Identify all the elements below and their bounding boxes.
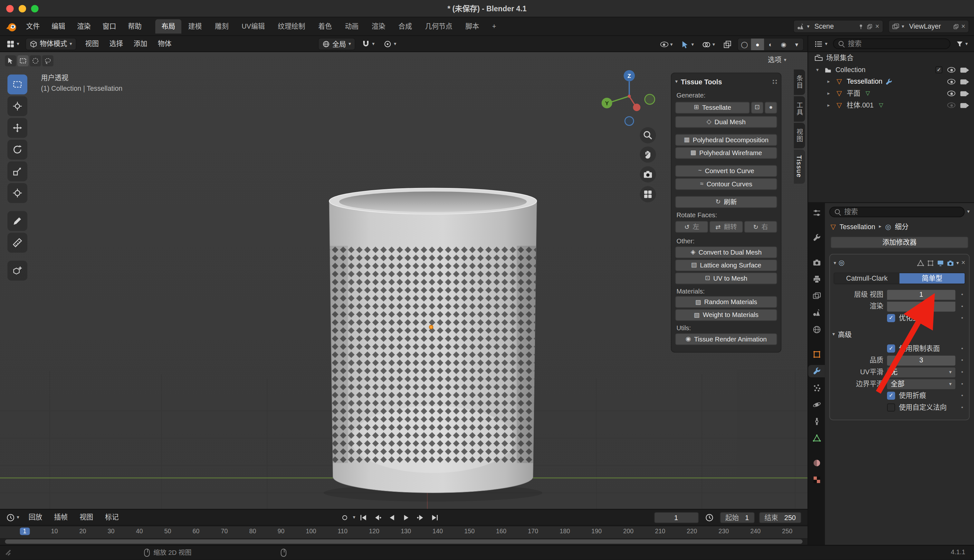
dual-mesh-button[interactable]: ◇ Dual Mesh — [675, 116, 777, 128]
collection-checkbox[interactable]: ✓ — [936, 66, 942, 73]
tab-output[interactable] — [808, 273, 825, 286]
tab-object[interactable] — [808, 348, 825, 361]
outliner-row-plane[interactable]: ▸ ▽ 平面 ▽ — [808, 88, 974, 100]
proportional-editing-toggle[interactable]: ▾ — [381, 38, 399, 50]
tab-material[interactable] — [808, 457, 825, 469]
ruler-frame-label[interactable]: 100 — [306, 528, 316, 535]
orthographic-toggle-button[interactable] — [640, 186, 656, 202]
levels-render-field[interactable]: 2 — [887, 301, 955, 311]
sidebar-tab[interactable]: 视图 — [794, 123, 805, 148]
outliner-search-input[interactable]: 搜索 — [833, 38, 950, 49]
outliner-row-cylinder[interactable]: ▸ ▽ 柱体.001 ▽ — [808, 100, 974, 112]
workspace-tab[interactable]: 脚本 — [459, 19, 485, 33]
use-creases-checkbox[interactable]: ✓ — [887, 392, 895, 400]
rotate-flip-button[interactable]: ⇄ 翻转 — [710, 221, 743, 233]
add-cube-tool[interactable] — [7, 261, 27, 281]
expand-icon[interactable]: ▸ — [825, 91, 832, 96]
ruler-frame-label[interactable]: 160 — [496, 528, 506, 535]
xray-toggle[interactable] — [720, 38, 734, 51]
remove-viewlayer-icon[interactable]: × — [961, 23, 965, 30]
animate-dot[interactable]: • — [959, 303, 965, 309]
ruler-frame-label[interactable]: 140 — [433, 528, 443, 535]
ruler-frame-label[interactable]: 170 — [528, 528, 538, 535]
workspace-tab[interactable]: 建模 — [182, 19, 208, 33]
ruler-frame-label[interactable]: 10 — [51, 528, 58, 535]
remove-modifier-icon[interactable]: × — [961, 259, 965, 266]
animate-dot[interactable]: • — [959, 370, 965, 375]
chevron-down-icon[interactable]: ▾ — [353, 515, 355, 520]
edit-mode-toggle-icon[interactable] — [927, 259, 934, 267]
current-frame-field[interactable]: 1 — [654, 512, 698, 523]
zoom-button[interactable] — [640, 127, 656, 143]
filter-dropdown-icon[interactable]: ▾ — [967, 209, 970, 214]
workspace-tab[interactable]: 几何节点 — [419, 19, 458, 33]
ruler-frame-label[interactable]: 50 — [164, 528, 171, 535]
ruler-frame-label[interactable]: 30 — [108, 528, 114, 535]
animate-dot[interactable]: • — [959, 292, 965, 297]
ruler-frame-label[interactable]: 60 — [193, 528, 199, 535]
select-box-tool[interactable] — [7, 74, 27, 94]
frame-end-field[interactable]: 结束 250 — [759, 512, 801, 523]
timeline-menu-item[interactable]: 标记 — [100, 511, 124, 524]
timeline-menu-item[interactable]: 插帧 — [48, 511, 73, 524]
outliner-editor-type-button[interactable]: ▾ — [812, 38, 830, 50]
workspace-tab[interactable]: 动画 — [339, 19, 365, 33]
corner-grip-icon[interactable] — [5, 549, 11, 555]
workspace-tab[interactable]: 布局 — [155, 19, 181, 33]
random-materials-button[interactable]: ▨ Random Materials — [675, 296, 777, 308]
menubar-menu-item[interactable]: 帮助 — [122, 20, 147, 33]
lasso-select-button[interactable] — [42, 55, 53, 67]
copy-viewlayer-icon[interactable] — [953, 23, 959, 29]
jump-to-end-button[interactable] — [429, 512, 441, 523]
viewport-menu-item[interactable]: 选择 — [104, 37, 128, 50]
collapse-icon[interactable]: ▾ — [675, 80, 678, 84]
play-button[interactable] — [400, 512, 413, 523]
close-window-button[interactable] — [6, 5, 13, 12]
cursor-tool[interactable] — [7, 96, 27, 116]
annotate-tool[interactable] — [7, 211, 27, 231]
workspace-tab[interactable]: 着色 — [312, 19, 338, 33]
viewlayer-name[interactable]: ViewLayer — [907, 23, 950, 30]
ruler-frame-label[interactable]: 80 — [249, 528, 256, 535]
editor-type-button[interactable]: ▾ — [4, 38, 22, 50]
tab-constraints[interactable] — [808, 415, 825, 428]
tab-render[interactable] — [808, 256, 825, 269]
pan-hand-button[interactable] — [640, 147, 656, 163]
transform-tool[interactable] — [7, 183, 27, 203]
drag-grip-icon[interactable]: ∷ — [772, 78, 777, 85]
use-preview-range-toggle[interactable] — [703, 512, 715, 523]
gizmo-y-neg-axis[interactable] — [645, 94, 655, 104]
convert-to-dual-mesh-button[interactable]: ◈ Convert to Dual Mesh — [675, 246, 777, 258]
viewport-options-button[interactable]: 选项 ▾ — [768, 56, 787, 63]
jump-to-start-button[interactable] — [357, 512, 370, 523]
ruler-frame-label[interactable]: 230 — [718, 528, 729, 535]
shading-material-button[interactable]: ◐ — [764, 38, 777, 50]
tab-view-layer[interactable] — [808, 290, 825, 303]
workspace-tab[interactable]: + — [486, 19, 503, 33]
ruler-frame-label[interactable]: 40 — [136, 528, 143, 535]
workspace-tab[interactable]: UV编辑 — [236, 19, 271, 33]
macos-window-controls[interactable] — [6, 5, 38, 12]
pin-icon[interactable] — [858, 23, 864, 29]
timeline-editor-type-button[interactable]: ▾ — [4, 511, 22, 523]
ruler-frame-label[interactable]: 150 — [464, 528, 474, 535]
on-cage-toggle-icon[interactable] — [917, 259, 924, 267]
ruler-frame-label[interactable]: 130 — [401, 528, 411, 535]
ruler-frame-label[interactable]: 220 — [687, 528, 697, 535]
extras-dropdown-icon[interactable]: ▾ — [956, 260, 959, 265]
unlink-scene-icon[interactable]: × — [875, 23, 879, 30]
uv-to-mesh-button[interactable]: ⊡ UV to Mesh — [675, 272, 777, 284]
tab-tool[interactable] — [808, 232, 825, 244]
transform-orientation-selector[interactable]: 全局 ▾ — [318, 38, 355, 50]
polyhedral-decomposition-button[interactable]: ▦ Polyhedral Decomposition — [675, 134, 777, 146]
breadcrumb-modifier-name[interactable]: 细分 — [895, 223, 908, 230]
gizmo-toggle[interactable]: ▾ — [678, 38, 697, 51]
snapping-toggle[interactable]: ▾ — [359, 38, 377, 50]
ruler-frame-label[interactable]: 90 — [277, 528, 284, 535]
tab-texture[interactable] — [808, 473, 825, 486]
tab-modifiers[interactable] — [808, 365, 825, 378]
rotate-left-button[interactable]: ↺ 左 — [675, 221, 708, 233]
scene-selector[interactable]: ▾ Scene × — [793, 20, 883, 33]
simple-button[interactable]: 简单型 — [900, 273, 965, 284]
tissue-render-animation-button[interactable]: ◉ Tissue Render Animation — [675, 333, 777, 345]
